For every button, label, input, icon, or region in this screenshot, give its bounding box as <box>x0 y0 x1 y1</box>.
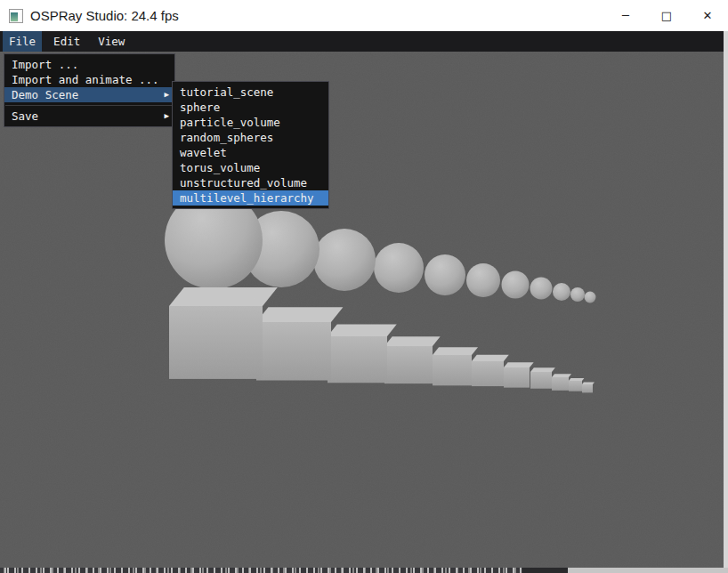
close-button[interactable]: ✕ <box>687 0 728 31</box>
submenu-item-tutorial_scene[interactable]: tutorial_scene <box>173 85 328 100</box>
render-canvas <box>0 52 724 568</box>
window-bottom-edge <box>0 568 728 573</box>
minimize-button[interactable]: ─ <box>605 0 646 31</box>
submenu-item-random_spheres[interactable]: random_spheres <box>173 130 328 145</box>
bottom-edge-dark <box>522 568 568 573</box>
menu-item-label: Import ... <box>12 58 78 71</box>
menu-item-label: Save <box>12 109 38 123</box>
window-title: OSPRay Studio: 24.4 fps <box>30 8 179 23</box>
app-window: OSPRay Studio: 24.4 fps ─ □ ✕ FileEditVi… <box>0 0 728 573</box>
submenu-arrow-icon: ▶ <box>165 87 169 102</box>
window-right-border <box>724 31 728 573</box>
menu-item-label: unstructured_volume <box>180 176 307 190</box>
file-menu-item-demo-scene[interactable]: Demo Scene▶ <box>4 87 174 102</box>
submenu-item-torus_volume[interactable]: torus_volume <box>173 160 328 175</box>
file-menu-item-import-and-animate[interactable]: Import and animate ... <box>4 72 174 87</box>
submenu-item-sphere[interactable]: sphere <box>173 100 328 115</box>
submenu-arrow-icon: ▶ <box>165 109 169 124</box>
titlebar: OSPRay Studio: 24.4 fps ─ □ ✕ <box>0 0 728 31</box>
menu-item-label: Import and animate ... <box>12 73 159 86</box>
demo-scene-submenu: tutorial_scenesphereparticle_volumerando… <box>172 81 329 209</box>
menu-item-label: sphere <box>180 101 220 114</box>
menu-item-label: tutorial_scene <box>180 85 273 99</box>
submenu-item-multilevel_hierarchy[interactable]: multilevel_hierarchy <box>173 190 328 206</box>
menu-item-label: random_spheres <box>180 131 273 144</box>
menu-item-label: torus_volume <box>180 161 260 174</box>
submenu-item-particle_volume[interactable]: particle_volume <box>173 115 328 130</box>
menubar: FileEditView <box>0 31 724 52</box>
menubar-item-edit[interactable]: Edit <box>47 31 86 52</box>
submenu-item-wavelet[interactable]: wavelet <box>173 145 328 160</box>
window-controls: ─ □ ✕ <box>605 0 728 31</box>
file-menu: Import ...Import and animate ...Demo Sce… <box>4 53 175 127</box>
submenu-item-unstructured_volume[interactable]: unstructured_volume <box>173 175 328 190</box>
menu-item-label: Demo Scene <box>12 88 78 101</box>
maximize-button[interactable]: □ <box>646 0 687 31</box>
menu-item-label: multilevel_hierarchy <box>180 191 314 205</box>
bottom-edge-light <box>568 568 728 573</box>
app-window-icon <box>9 9 23 23</box>
file-menu-item-import[interactable]: Import ... <box>4 57 174 72</box>
menu-item-label: particle_volume <box>180 116 280 129</box>
file-menu-item-save[interactable]: Save▶ <box>4 109 174 124</box>
menu-separator <box>5 105 174 106</box>
bottom-edge-dashes <box>0 568 522 573</box>
menubar-item-file[interactable]: File <box>3 31 42 52</box>
menubar-item-view[interactable]: View <box>92 31 131 52</box>
menu-item-label: wavelet <box>180 146 227 159</box>
3d-viewport[interactable] <box>0 52 724 568</box>
